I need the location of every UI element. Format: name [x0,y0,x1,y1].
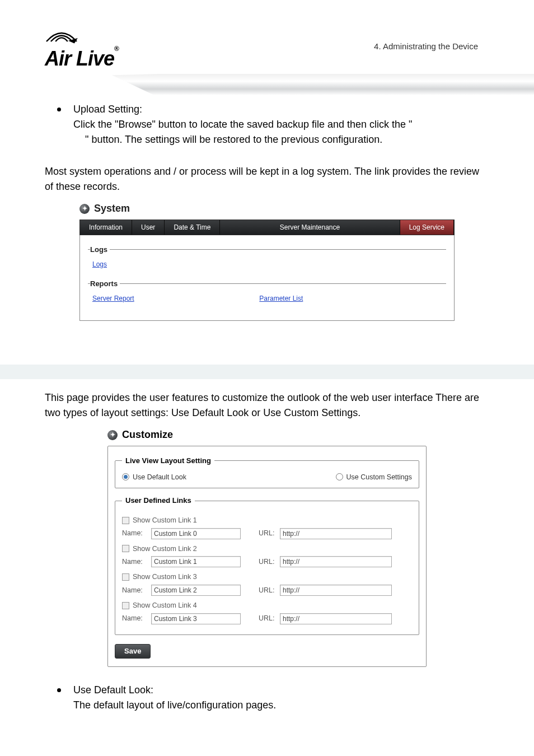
breadcrumb: 4. Administrating the Device [374,40,478,53]
customize-panel: ✦ Customize Live View Layout Setting Use… [107,427,427,667]
live-view-layout-legend: Live View Layout Setting [122,455,214,466]
wifi-arcs-icon [45,28,78,45]
customize-panel-title: Customize [122,427,173,442]
logs-link[interactable]: Logs [92,260,107,268]
show-custom-link-1-row[interactable]: Show Custom Link 1 [122,515,412,526]
url-label: URL: [259,528,275,539]
url-label: URL: [259,585,275,596]
tab-log-service[interactable]: Log Service [400,220,454,235]
bullet-icon [57,108,61,111]
tab-date-time[interactable]: Date & Time [165,220,220,235]
radio-use-custom-settings[interactable]: Use Custom Settings [336,472,412,483]
system-tabs: Information User Date & Time Server Main… [79,220,455,235]
radio-use-custom-label: Use Custom Settings [346,472,412,483]
name-label: Name: [122,557,147,567]
show-custom-link-2-row[interactable]: Show Custom Link 2 [122,544,412,554]
registered-symbol: ® [114,45,119,53]
custom-link-1-name-input[interactable] [151,528,241,539]
section-divider-band [0,365,534,379]
use-default-look-heading: Use Default Look: [73,683,489,698]
custom-link-3-url-input[interactable] [280,585,392,596]
custom-link-4-name-input[interactable] [151,613,241,624]
customize-paragraph: This page provides the user features to … [45,390,489,421]
show-custom-link-2-label: Show Custom Link 2 [133,544,197,554]
parameter-list-link[interactable]: Parameter List [259,295,303,302]
upload-setting-heading: Upload Setting: [73,102,489,117]
radio-use-default-label: Use Default Look [133,472,186,483]
show-custom-link-4-label: Show Custom Link 4 [133,600,197,611]
user-defined-links-fieldset: User Defined Links Show Custom Link 1 Na… [115,495,419,635]
url-label: URL: [259,613,275,624]
system-title-icon: ✦ [79,204,90,214]
logs-legend: Logs [90,244,110,255]
checkbox-icon [122,517,129,524]
save-button[interactable]: Save [115,644,151,659]
log-system-paragraph: Most system operations and / or process … [45,164,489,194]
customize-title-icon: ✦ [107,430,118,440]
upload-setting-line2: " button. The settings will be restored … [85,132,489,147]
custom-link-2-url-input[interactable] [280,556,392,567]
custom-link-2-name-input[interactable] [151,556,241,567]
name-label: Name: [122,585,147,596]
custom-link-4-url-input[interactable] [280,613,392,624]
system-panel-title: System [94,201,130,216]
show-custom-link-4-row[interactable]: Show Custom Link 4 [122,600,412,611]
name-label: Name: [122,528,147,539]
radio-use-default-look[interactable]: Use Default Look [122,472,186,483]
tab-information[interactable]: Information [80,220,132,235]
server-report-link[interactable]: Server Report [92,295,134,302]
show-custom-link-3-label: Show Custom Link 3 [133,572,197,582]
brand-logo: Air Live® [45,28,119,74]
upload-setting-line1: Click the "Browse" button to locate the … [73,117,489,132]
radio-selected-icon [122,473,129,480]
live-view-layout-fieldset: Live View Layout Setting Use Default Loo… [115,455,419,488]
radio-unselected-icon [336,473,343,480]
url-label: URL: [259,557,275,567]
bullet-icon [57,688,61,692]
checkbox-icon [122,545,129,552]
system-panel: ✦ System Information User Date & Time Se… [79,201,455,321]
checkbox-icon [122,602,129,609]
name-label: Name: [122,613,147,624]
use-default-look-text: The default layout of live/configuration… [73,698,489,713]
brand-name: Air Live [45,47,114,70]
user-defined-links-legend: User Defined Links [122,495,195,506]
custom-link-3-name-input[interactable] [151,585,241,596]
show-custom-link-3-row[interactable]: Show Custom Link 3 [122,572,412,582]
reports-legend: Reports [90,278,120,290]
tab-server-maintenance[interactable]: Server Maintenance [220,220,400,235]
logs-fieldset: Logs Logs [88,244,446,272]
reports-fieldset: Reports Server Report Parameter List [88,278,446,306]
checkbox-icon [122,573,129,581]
custom-link-1-url-input[interactable] [280,528,392,539]
show-custom-link-1-label: Show Custom Link 1 [133,515,197,526]
tab-user[interactable]: User [132,220,165,235]
